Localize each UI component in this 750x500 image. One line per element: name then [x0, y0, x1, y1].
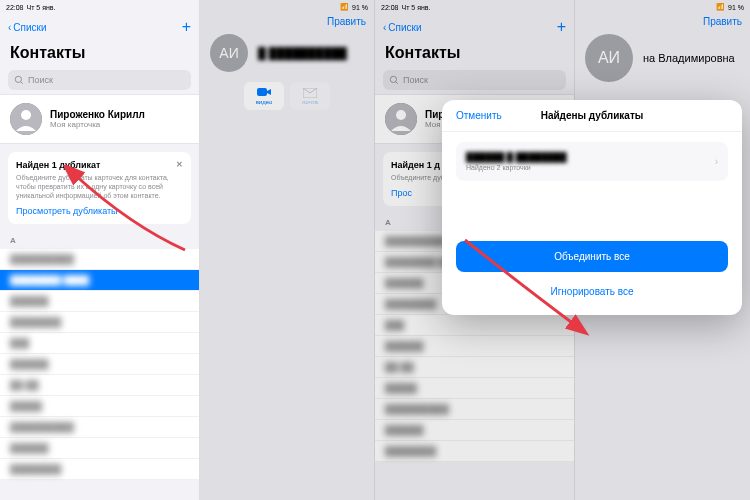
contact-row[interactable]: ███ — [0, 333, 199, 354]
avatar: АИ — [585, 34, 633, 82]
status-date: Чт 5 янв. — [27, 4, 56, 11]
wifi-icon: 📶 — [716, 3, 725, 11]
my-card[interactable]: Пироженко Кирилл Моя карточка — [0, 94, 199, 144]
status-time: 22:08 — [6, 4, 24, 11]
battery: 91 % — [352, 4, 368, 11]
wifi-icon: 📶 — [340, 3, 349, 11]
contact-name: █ ██████████ — [258, 47, 347, 59]
contact-row[interactable]: █████ — [375, 378, 574, 399]
duplicate-name: ██████ █ ████████ — [466, 152, 567, 162]
contact-row[interactable]: ██████ — [0, 291, 199, 312]
contact-row[interactable]: ████████ — [375, 441, 574, 462]
chevron-left-icon: ‹ — [383, 22, 386, 33]
svg-line-7 — [396, 82, 398, 84]
back-button[interactable]: ‹ Списки — [8, 22, 47, 33]
cancel-button[interactable]: Отменить — [456, 110, 502, 121]
svg-point-9 — [396, 110, 406, 120]
nav-bar: ‹ Списки + — [0, 14, 199, 40]
close-icon[interactable]: ✕ — [176, 160, 183, 170]
edit-button[interactable]: Править — [703, 16, 742, 27]
duplicate-count: Найдено 2 карточки — [466, 164, 567, 171]
duplicate-item[interactable]: ██████ █ ████████ Найдено 2 карточки › — [456, 142, 728, 181]
svg-rect-4 — [257, 88, 267, 96]
duplicate-title: Найден 1 дубликат — [16, 160, 101, 170]
contact-row[interactable]: ████████ ████ — [0, 270, 199, 291]
contact-row[interactable]: ██████ — [0, 438, 199, 459]
search-icon — [389, 75, 399, 85]
avatar: АИ — [210, 34, 248, 72]
avatar — [385, 103, 417, 135]
contact-row[interactable]: ██████████ — [0, 249, 199, 270]
search-placeholder: Поиск — [28, 75, 53, 85]
svg-point-3 — [21, 110, 31, 120]
search-input[interactable]: Поиск — [8, 70, 191, 90]
contact-row[interactable]: █████ — [0, 396, 199, 417]
status-bar: 📶 91 % — [575, 0, 750, 14]
contact-row[interactable]: ██-██ — [0, 375, 199, 396]
modal-title: Найдены дубликаты — [541, 110, 644, 121]
duplicates-modal: Отменить Найдены дубликаты ██████ █ ████… — [442, 100, 742, 315]
ignore-all-button[interactable]: Игнорировать все — [442, 280, 742, 303]
duplicate-card: Найден 1 дубликат ✕ Объедините дубликаты… — [8, 152, 191, 224]
contact-row[interactable]: ██████ — [0, 354, 199, 375]
contact-row[interactable]: ██████ — [375, 336, 574, 357]
status-bar: 📶 91 % — [200, 0, 374, 14]
contact-row[interactable]: ██-██ — [375, 357, 574, 378]
status-bar: 22:08Чт 5 янв. — [0, 0, 199, 14]
merge-all-button[interactable]: Объединить все — [456, 241, 728, 272]
contact-row[interactable]: ███ — [375, 315, 574, 336]
status-bar: 22:08Чт 5 янв. — [375, 0, 574, 14]
contact-row[interactable]: ████████ — [0, 459, 199, 480]
svg-line-1 — [21, 82, 23, 84]
mail-icon — [303, 88, 317, 98]
section-header: А — [0, 232, 199, 249]
page-title: Контакты — [375, 40, 574, 66]
contacts-sidebar-left: 22:08Чт 5 янв. ‹ Списки + Контакты Поиск… — [0, 0, 200, 500]
contact-detail-1: 📶 91 % Править АИ █ ██████████ видео поч… — [200, 0, 375, 500]
chevron-right-icon: › — [715, 156, 718, 167]
contact-row[interactable]: ██████████ — [0, 417, 199, 438]
duplicate-desc: Объедините дубликаты карточек для контак… — [16, 173, 183, 200]
chevron-left-icon: ‹ — [8, 22, 11, 33]
svg-point-6 — [390, 76, 396, 82]
video-button[interactable]: видео — [244, 82, 284, 110]
nav-bar: ‹ Списки + — [375, 14, 574, 40]
back-label: Списки — [13, 22, 46, 33]
add-button[interactable]: + — [182, 18, 191, 36]
my-card-name: Пироженко Кирилл — [50, 109, 189, 120]
contact-row[interactable]: ██████ — [375, 420, 574, 441]
mail-button[interactable]: почта — [290, 82, 330, 110]
view-duplicates-link[interactable]: Просмотреть дубликаты — [16, 206, 183, 216]
edit-button[interactable]: Править — [327, 16, 366, 27]
video-icon — [257, 88, 271, 98]
page-title: Контакты — [0, 40, 199, 66]
avatar — [10, 103, 42, 135]
search-icon — [14, 75, 24, 85]
svg-point-0 — [15, 76, 21, 82]
contact-name: на Владимировна — [643, 52, 735, 64]
search-input[interactable]: Поиск — [383, 70, 566, 90]
my-card-sub: Моя карточка — [50, 120, 189, 129]
contact-row[interactable]: ██████████ — [375, 399, 574, 420]
add-button[interactable]: + — [557, 18, 566, 36]
contact-row[interactable]: ████████ — [0, 312, 199, 333]
back-button[interactable]: ‹ Списки — [383, 22, 422, 33]
